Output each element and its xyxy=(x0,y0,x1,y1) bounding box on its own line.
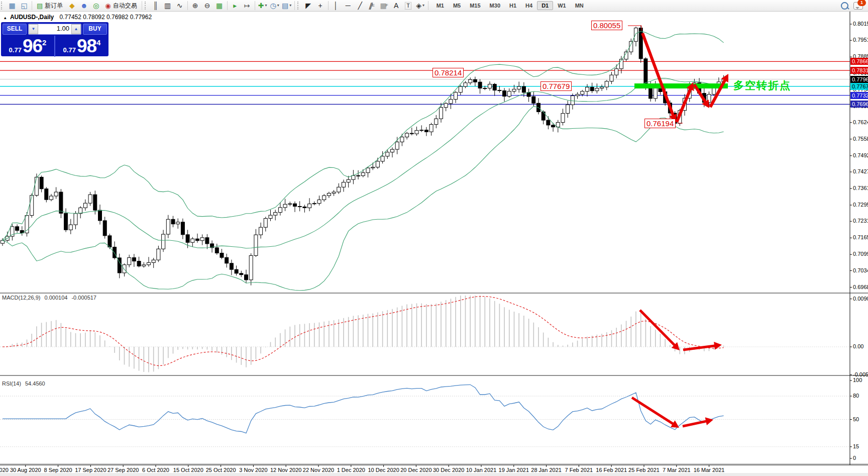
timeframe-button-m5[interactable]: M5 xyxy=(449,1,465,10)
horizontal-line-icon: ─ xyxy=(346,1,351,11)
candle xyxy=(293,204,297,206)
cursor-icon: ◤ xyxy=(305,1,311,11)
price-tick-label: 0.74275 xyxy=(853,168,868,174)
timeframe-button-w1[interactable]: W1 xyxy=(553,1,571,10)
candle xyxy=(435,119,438,124)
sell-button[interactable]: SELL xyxy=(3,24,27,35)
price-callout[interactable]: 0.78214 xyxy=(432,68,464,77)
candle xyxy=(132,258,136,261)
turning-point-annotation[interactable]: 多空转折点 xyxy=(733,78,791,92)
notifications-icon[interactable]: 1 xyxy=(853,2,863,10)
candle xyxy=(547,120,550,125)
toolbar-separator xyxy=(187,1,188,10)
candlestick-chart-icon: ▥ xyxy=(164,1,171,11)
horizontal-line-icon[interactable]: ─ xyxy=(342,1,354,11)
candle xyxy=(473,79,477,82)
line-chart-icon[interactable]: ∿ xyxy=(174,1,186,11)
macd-histogram xyxy=(3,296,724,372)
candle xyxy=(522,86,525,92)
candle xyxy=(605,81,608,87)
candle xyxy=(634,28,638,42)
candle xyxy=(429,125,433,132)
rsi-arrow-head xyxy=(705,417,713,425)
trendline-icon[interactable]: ╱ xyxy=(354,1,366,11)
date-label: 22 Nov 2020 xyxy=(303,467,334,473)
buy-button[interactable]: BUY xyxy=(83,24,107,35)
zoom-in-icon[interactable]: ⊕ xyxy=(189,1,201,11)
sell-price[interactable]: 0.77 96 2 xyxy=(1,36,55,57)
price-callout[interactable]: 0.77679 xyxy=(540,81,572,91)
zoom-out-icon[interactable]: ⊖ xyxy=(201,1,213,11)
date-label: 7 Mar 2021 xyxy=(663,467,691,473)
candlestick-chart-icon[interactable]: ▥ xyxy=(162,1,174,11)
new-order-button[interactable]: ▤新订单 xyxy=(34,1,66,11)
tile-windows-icon[interactable]: ▦ xyxy=(213,1,226,11)
candle xyxy=(254,235,258,255)
data-window-icon[interactable]: ◱ xyxy=(18,1,30,11)
chart-title: ▴ AUDUSD-,Daily 0.77452 0.78092 0.76982 … xyxy=(4,14,152,21)
auto-scroll-icon[interactable]: ▸ xyxy=(229,1,241,11)
search-icon[interactable] xyxy=(841,2,848,10)
timeframe-button-m15[interactable]: M15 xyxy=(465,1,485,10)
auto-trading-button[interactable]: ◉自动交易 xyxy=(102,1,140,11)
chart-shift-icon[interactable]: ↦ xyxy=(241,1,253,11)
charts-grid-icon[interactable]: ▦ xyxy=(6,1,18,11)
candle xyxy=(424,130,428,132)
date-label: 7 Feb 2021 xyxy=(565,467,593,473)
arrows-icon[interactable]: ◈▾ xyxy=(414,1,426,11)
timeframe-button-m1[interactable]: M1 xyxy=(432,1,449,10)
candle xyxy=(259,227,263,235)
timeframe-button-h4[interactable]: H4 xyxy=(521,1,537,10)
rsi-panel-label: RSI(14) 54.4560 xyxy=(2,380,48,387)
equidistant-channel-icon[interactable]: ∥E xyxy=(366,1,378,11)
periods-icon[interactable]: ◷▾ xyxy=(269,1,281,11)
crosshair-icon[interactable]: + xyxy=(314,1,327,11)
community-icon[interactable]: ☻ xyxy=(78,1,90,11)
candle xyxy=(449,100,453,104)
rsi-label: RSI(14) xyxy=(2,380,21,387)
text-icon[interactable]: A xyxy=(390,1,402,11)
candle xyxy=(410,133,413,134)
price-badge: 0.76966 xyxy=(850,101,868,108)
timeframe-button-mn[interactable]: MN xyxy=(571,1,588,10)
candle xyxy=(478,82,482,88)
indicators-icon: ✚ xyxy=(258,1,264,11)
indicators-icon[interactable]: ✚▾ xyxy=(257,1,269,11)
volume-input[interactable]: 1.00 xyxy=(38,24,71,34)
text-label-icon[interactable]: T xyxy=(402,1,414,11)
fibonacci-icon[interactable]: ▦F xyxy=(378,1,390,11)
date-label: 19 Jan 2021 xyxy=(499,467,529,473)
bollinger-middle-line xyxy=(3,78,724,248)
bar-chart-icon[interactable]: ║ xyxy=(150,1,162,11)
text-label-icon: T xyxy=(405,2,411,10)
price-callout[interactable]: 0.76194 xyxy=(644,119,676,128)
volume-decrease-button[interactable]: ▼ xyxy=(29,24,38,34)
timeframe-button-h1[interactable]: H1 xyxy=(505,1,521,10)
community-icon: ☻ xyxy=(80,1,88,11)
timeframe-button-m30[interactable]: M30 xyxy=(485,1,505,10)
candle xyxy=(220,253,224,257)
buy-price[interactable]: 0.77 98 4 xyxy=(55,36,108,57)
candle xyxy=(552,125,555,127)
candle xyxy=(147,262,151,264)
vertical-line-icon[interactable]: │ xyxy=(330,1,342,11)
candle xyxy=(561,113,565,122)
candle xyxy=(420,130,423,131)
signals-icon[interactable]: ◎ xyxy=(90,1,102,11)
toolbar-separator xyxy=(328,1,329,10)
candle xyxy=(517,86,521,89)
cursor-icon[interactable]: ◤ xyxy=(302,1,314,11)
templates-icon[interactable]: ▤▾ xyxy=(281,1,293,11)
price-tick-label: 0.72310 xyxy=(853,218,868,224)
candle xyxy=(69,225,72,230)
candle xyxy=(235,269,238,273)
price-tick-label: 0.73615 xyxy=(853,185,868,191)
candle xyxy=(16,227,19,231)
window-bottom-strip xyxy=(0,473,868,476)
market-watch-icon[interactable]: ◆ xyxy=(66,1,78,11)
volume-increase-button[interactable]: ▲ xyxy=(71,24,81,34)
candle xyxy=(381,156,384,161)
timeframe-button-d1[interactable]: D1 xyxy=(537,1,553,10)
date-label: 16 Mar 2021 xyxy=(694,467,725,473)
price-callout[interactable]: 0.80055 xyxy=(591,21,622,30)
